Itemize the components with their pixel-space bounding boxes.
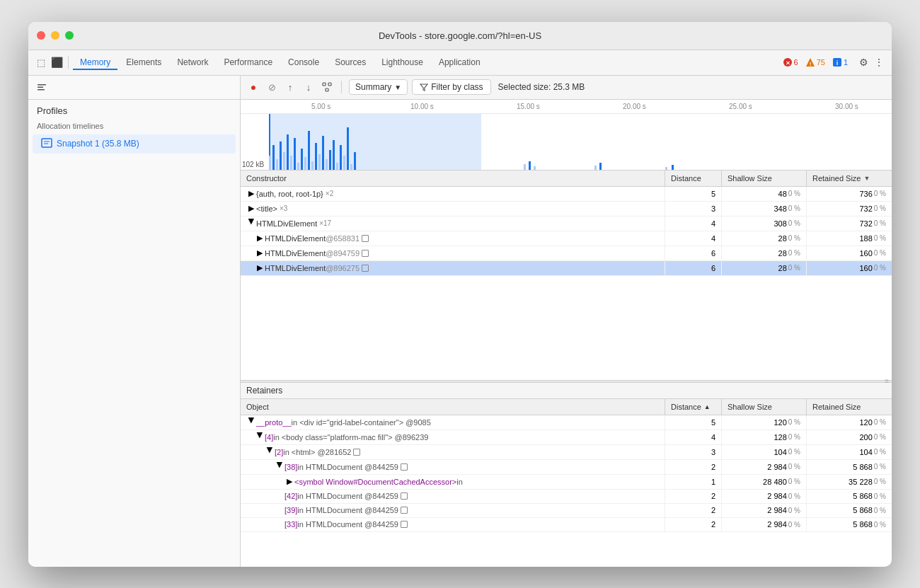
- tab-network[interactable]: Network: [170, 54, 215, 70]
- tab-console[interactable]: Console: [281, 54, 326, 70]
- filter-by-class-button[interactable]: Filter by class: [412, 79, 490, 95]
- link-icon[interactable]: [362, 265, 369, 272]
- ret-td-shallow: 2 984 0 %: [722, 518, 807, 531]
- sidebar: Profiles Allocation timelines Snapshot 1…: [28, 76, 241, 567]
- prop-name: [38]: [284, 463, 297, 471]
- table-row-selected[interactable]: ▶ HTMLDivElement @896275 6 28 0 % 160 0 …: [241, 261, 892, 276]
- stop-icon[interactable]: ⊘: [265, 80, 279, 94]
- retainer-row[interactable]: [39] in HTMLDocument @844259 2 2 984 0 %…: [241, 504, 892, 518]
- expand-icon[interactable]: ▶: [246, 204, 256, 214]
- expand-icon[interactable]: ▶: [284, 477, 294, 487]
- link-icon[interactable]: [401, 492, 408, 500]
- th-ret-distance[interactable]: Distance ▲: [665, 399, 722, 415]
- link-icon[interactable]: [362, 250, 369, 257]
- ret-td-shallow: 2 984 0 %: [722, 460, 807, 474]
- record-icon[interactable]: ●: [246, 80, 260, 94]
- th-ret-shallow-label: Shallow Size: [728, 403, 772, 411]
- maximize-button[interactable]: [65, 31, 74, 40]
- retainer-row[interactable]: ▶ <symbol Window#DocumentCachedAccessor>…: [241, 475, 892, 490]
- ret-td-shallow: 2 984 0 %: [722, 504, 807, 517]
- upload-icon[interactable]: ↑: [283, 80, 297, 94]
- filter-label: Filter by class: [431, 82, 483, 92]
- dropdown-arrow-icon: ▼: [394, 83, 401, 91]
- td-distance: 5: [665, 187, 722, 201]
- td-constructor: ▶ <title> ×3: [241, 202, 665, 216]
- tab-elements[interactable]: Elements: [119, 54, 168, 70]
- svg-text:✕: ✕: [785, 60, 790, 67]
- inspector-icon[interactable]: ⬛: [50, 55, 64, 69]
- minimize-button[interactable]: [51, 31, 59, 40]
- traffic-lights: [37, 31, 74, 40]
- th-distance[interactable]: Distance: [665, 171, 722, 186]
- td-shallow: 28 0 %: [722, 246, 807, 260]
- ret-td-retained: 120 0 %: [807, 415, 892, 430]
- obj-id: @894759: [326, 249, 360, 258]
- retainer-row[interactable]: ▶ __proto__ in <div id="grid-label-conta…: [241, 415, 892, 430]
- settings-icon[interactable]: ⚙: [856, 55, 870, 69]
- th-object[interactable]: Object: [241, 399, 665, 415]
- table-row[interactable]: ▶ {auth, root, root-1p} ×2 5 48 0 % 736 …: [241, 187, 892, 202]
- close-button[interactable]: [37, 31, 45, 40]
- tab-lighthouse[interactable]: Lighthouse: [374, 54, 430, 70]
- ret-td-object: ▶ <symbol Window#DocumentCachedAccessor>…: [241, 475, 665, 489]
- table-row[interactable]: ▶ HTMLDivElement @894759 6 28 0 % 160 0 …: [241, 246, 892, 261]
- tree-icon[interactable]: [320, 80, 334, 94]
- snapshot-item[interactable]: Snapshot 1 (35.8 MB): [33, 134, 236, 154]
- time-label-15s: 15.00 s: [517, 103, 540, 110]
- cursor-icon[interactable]: ⬚: [34, 55, 48, 69]
- th-constructor[interactable]: Constructor: [241, 171, 665, 186]
- table-row[interactable]: ▶ <title> ×3 3 348 0 % 732 0 %: [241, 202, 892, 217]
- expand-icon[interactable]: ▶: [255, 432, 265, 442]
- tab-performance[interactable]: Performance: [217, 54, 280, 70]
- retainer-row[interactable]: ▶ [2] in <html> @281652 3 104 0 % 104 0 …: [241, 445, 892, 460]
- expand-icon[interactable]: ▶: [265, 447, 275, 457]
- settings-panel-icon[interactable]: [34, 79, 50, 95]
- ret-td-distance: 2: [665, 504, 722, 517]
- ret-td-object: [39] in HTMLDocument @844259: [241, 504, 665, 517]
- link-icon[interactable]: [362, 235, 369, 242]
- link-icon[interactable]: [401, 521, 408, 528]
- link-icon[interactable]: [353, 449, 360, 456]
- context: in <div id="grid-label-container"> @9085: [292, 418, 431, 427]
- ret-td-shallow: 128 0 %: [722, 430, 807, 444]
- th-object-label: Object: [246, 403, 269, 411]
- retainer-row[interactable]: [42] in HTMLDocument @844259 2 2 984 0 %…: [241, 490, 892, 504]
- svg-text:i: i: [836, 59, 839, 67]
- retainer-row[interactable]: [33] in HTMLDocument @844259 2 2 984 0 %…: [241, 518, 892, 532]
- prop-name: <symbol Window#DocumentCachedAccessor>: [294, 478, 456, 486]
- constructor-name: HTMLDivElement: [256, 219, 317, 228]
- th-retained-label: Retained Size: [812, 174, 861, 183]
- expand-icon[interactable]: ▶: [255, 263, 265, 273]
- th-distance-label: Distance: [671, 174, 701, 183]
- context: in <html> @281652: [283, 448, 351, 456]
- expand-icon[interactable]: ▶: [246, 219, 256, 229]
- expand-icon[interactable]: ▶: [255, 234, 265, 243]
- expand-icon[interactable]: ▶: [255, 248, 265, 258]
- th-retained[interactable]: Retained Size ▼: [807, 171, 892, 186]
- expand-icon[interactable]: ▶: [275, 462, 284, 472]
- th-ret-retained[interactable]: Retained Size: [807, 399, 892, 415]
- retainers-title: Retainers: [246, 386, 282, 396]
- table-row[interactable]: ▶ HTMLDivElement ×17 4 308 0 % 732 0 %: [241, 217, 892, 231]
- title-bar: DevTools - store.google.com/?hl=en-US: [28, 22, 892, 50]
- tab-application[interactable]: Application: [432, 54, 488, 70]
- summary-dropdown[interactable]: Summary ▼: [349, 79, 408, 95]
- td-constructor: ▶ {auth, root, root-1p} ×2: [241, 187, 665, 201]
- summary-label: Summary: [355, 82, 391, 92]
- th-ret-shallow[interactable]: Shallow Size: [722, 399, 807, 415]
- retainer-row[interactable]: ▶ [4] in <body class="platform-mac fill"…: [241, 430, 892, 445]
- expand-icon[interactable]: ▶: [246, 417, 256, 427]
- link-icon[interactable]: [401, 463, 408, 471]
- link-icon[interactable]: [401, 507, 408, 514]
- retainer-row[interactable]: ▶ [38] in HTMLDocument @844259 2 2 984 0…: [241, 460, 892, 475]
- th-shallow[interactable]: Shallow Size: [722, 171, 807, 186]
- expand-icon[interactable]: ▶: [246, 189, 256, 199]
- tab-sources[interactable]: Sources: [328, 54, 373, 70]
- tab-memory[interactable]: Memory: [73, 54, 117, 70]
- table-row[interactable]: ▶ HTMLDivElement @658831 4 28 0 % 188 0 …: [241, 231, 892, 246]
- more-options-icon[interactable]: ⋮: [872, 55, 886, 69]
- td-distance: 3: [665, 202, 722, 216]
- obj-id: @896275: [326, 264, 360, 272]
- download-icon[interactable]: ↓: [301, 80, 316, 94]
- table-section: Constructor Distance Shallow Size Retain…: [241, 171, 892, 380]
